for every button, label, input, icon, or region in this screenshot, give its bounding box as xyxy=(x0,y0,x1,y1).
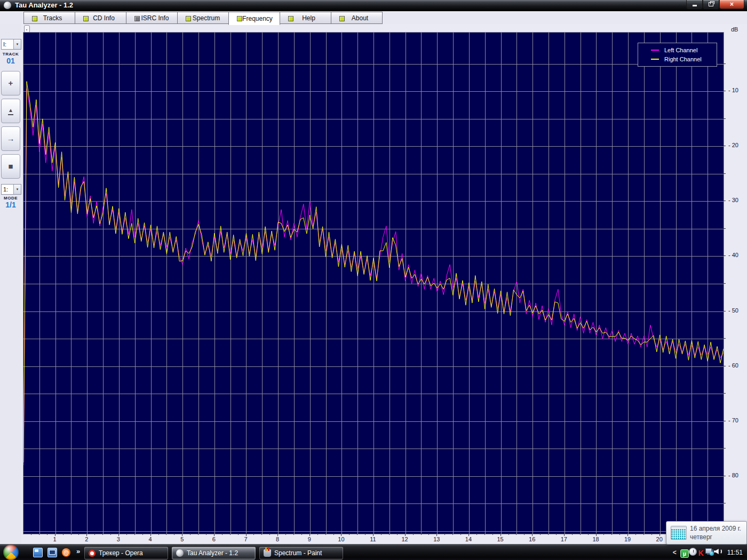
drive-selector[interactable]: I: ▼ xyxy=(1,39,21,50)
legend-color-dash xyxy=(651,50,659,51)
cd-eject-button[interactable]: ▲ xyxy=(1,99,20,123)
x-axis-label: 11 xyxy=(368,536,378,542)
x-axis-label: 19 xyxy=(622,536,633,542)
x-axis-tick xyxy=(126,533,127,535)
quick-launch-overflow-chevron-icon[interactable]: » xyxy=(76,547,80,555)
y-axis-label: - 70 xyxy=(728,417,746,423)
x-axis-tick xyxy=(651,533,652,535)
x-axis-label: 10 xyxy=(336,536,346,542)
x-axis-tick xyxy=(476,533,477,535)
y-axis-tick xyxy=(724,283,726,284)
taskbar-button-tau-analyzer-1.2[interactable]: Tau Analyzer - 1.2 xyxy=(172,547,256,559)
x-axis-tick xyxy=(71,533,71,535)
x-axis-tick xyxy=(94,533,95,535)
taskbar-button-label: Tau Analyzer - 1.2 xyxy=(187,549,238,557)
taskbar-button-spectrum-paint[interactable]: Spectrum - Paint xyxy=(259,547,343,559)
restore-button[interactable] xyxy=(703,0,719,9)
x-axis-label: 12 xyxy=(400,536,410,542)
cd-plus-button[interactable]: + xyxy=(1,71,20,95)
x-axis-tick xyxy=(285,533,286,535)
cd-next-icon: → xyxy=(7,135,15,142)
x-axis-tick xyxy=(643,533,644,535)
track-label: TRACK xyxy=(0,52,21,57)
tab-label: About xyxy=(345,14,368,22)
y-axis-tick xyxy=(724,393,726,394)
window-title: Tau Analyzer - 1.2 xyxy=(15,1,73,9)
mode-label: MODE xyxy=(0,196,21,201)
y-axis-label: - 30 xyxy=(728,197,746,203)
x-axis-label: 17 xyxy=(559,536,569,542)
cd-next-button[interactable]: → xyxy=(1,126,20,151)
x-axis-tick xyxy=(444,533,445,535)
titlebar[interactable]: Tau Analyzer - 1.2 × xyxy=(0,0,747,11)
spectrum-plot-svg xyxy=(23,33,724,534)
tab-isrc-info[interactable]: ISRC Info xyxy=(126,12,178,24)
x-axis-tick xyxy=(206,533,206,535)
x-axis-label: 2 xyxy=(81,536,92,542)
x-axis-tick xyxy=(190,533,190,535)
x-axis-tick xyxy=(548,533,549,535)
mail-agent-icon[interactable]: @ xyxy=(62,548,70,557)
tab-indicator-icon xyxy=(83,16,89,21)
legend-item-right-channel: Right Channel xyxy=(638,55,717,63)
cd-stop-icon: ■ xyxy=(8,163,13,170)
tray-clock[interactable]: 11:51 xyxy=(727,549,743,556)
x-axis-tick xyxy=(134,533,135,535)
paint-icon xyxy=(264,549,271,557)
y-axis-tick xyxy=(724,421,726,421)
tab-frequency[interactable]: Frequency xyxy=(228,12,280,25)
network-tray-icon[interactable] xyxy=(705,547,714,556)
tab-spectrum[interactable]: Spectrum xyxy=(177,12,229,24)
tray-icons: µK xyxy=(680,547,722,558)
chevron-down-icon[interactable]: ▼ xyxy=(13,185,21,194)
switch-windows-icon[interactable] xyxy=(33,548,43,557)
show-desktop-icon[interactable] xyxy=(47,548,57,557)
cd-plus-icon: + xyxy=(9,80,13,86)
y-axis-tick xyxy=(724,118,726,119)
close-button[interactable]: × xyxy=(719,0,744,9)
legend-label: Right Channel xyxy=(664,56,702,62)
chart-legend: Left ChannelRight Channel xyxy=(638,43,717,67)
caption-buttons: × xyxy=(686,0,744,9)
y-axis-tick xyxy=(724,366,726,366)
start-button[interactable] xyxy=(3,545,19,560)
x-axis-tick xyxy=(158,533,159,535)
cd-stop-button[interactable]: ■ xyxy=(1,154,20,179)
x-axis-tick xyxy=(516,533,516,535)
x-axis-tick xyxy=(301,533,302,535)
utorrent-tray-icon[interactable]: µ xyxy=(680,549,689,558)
x-axis-tick xyxy=(365,533,365,535)
tab-help[interactable]: Help xyxy=(280,12,331,24)
tab-label: CD Info xyxy=(86,14,115,22)
x-axis-tick xyxy=(452,533,453,535)
x-axis-label: 3 xyxy=(113,536,124,542)
y-axis: dB - 10- 20- 30- 40- 50- 60- 70- 80 xyxy=(724,24,747,544)
x-axis-tick xyxy=(325,533,326,535)
minimize-button[interactable] xyxy=(686,0,703,9)
tab-indicator-icon xyxy=(237,16,242,21)
x-axis-tick xyxy=(580,533,581,535)
tab-about[interactable]: About xyxy=(331,12,383,24)
tray-expand-chevron-icon[interactable]: < xyxy=(673,549,677,556)
y-axis-tick xyxy=(724,255,726,256)
taskbar-button-label: Spectrum - Paint xyxy=(274,549,322,557)
volume-tray-icon[interactable] xyxy=(714,547,722,556)
y-axis-tick xyxy=(724,448,726,449)
tab-tracks[interactable]: Tracks xyxy=(23,12,75,24)
taskbar-button-трекер-opera[interactable]: Трекер - Opera xyxy=(84,547,168,559)
x-axis-tick xyxy=(102,533,103,535)
tab-indicator-icon xyxy=(288,16,293,21)
tab-bar: TracksCD InfoISRC InfoSpectrumFrequencyH… xyxy=(23,12,382,25)
x-axis-tick xyxy=(492,533,493,535)
spectrum-plot[interactable] xyxy=(23,32,724,534)
x-axis-tick xyxy=(421,533,422,535)
kaspersky-tray-icon[interactable]: K xyxy=(697,549,705,557)
opera-icon xyxy=(89,550,96,557)
x-axis-label: 6 xyxy=(209,536,219,542)
tab-cd-info[interactable]: CD Info xyxy=(75,12,126,24)
clock-tray-icon[interactable] xyxy=(689,548,697,556)
y-axis-tick xyxy=(724,146,726,146)
chevron-down-icon[interactable]: ▼ xyxy=(13,39,21,49)
mode-selector[interactable]: 1: ▼ xyxy=(1,184,21,195)
x-axis-tick xyxy=(174,533,174,535)
